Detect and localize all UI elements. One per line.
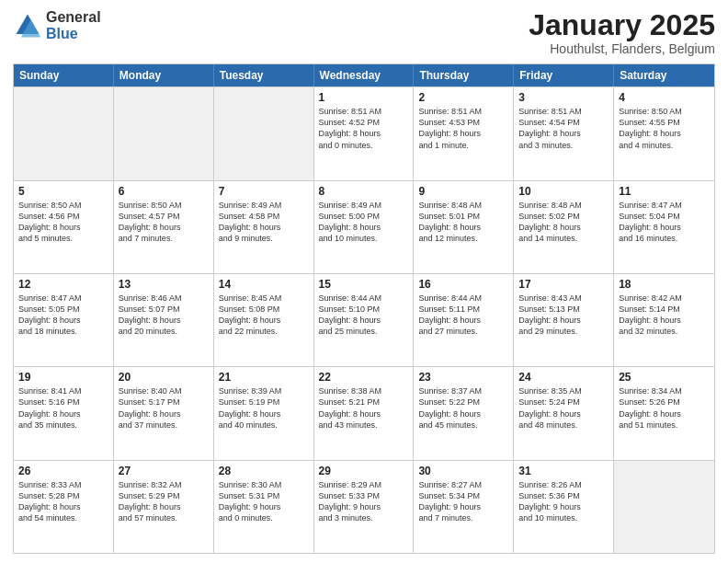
day-number: 13: [119, 278, 209, 291]
cal-cell: 11Sunrise: 8:47 AM Sunset: 5:04 PM Dayli…: [614, 181, 714, 273]
cal-cell: 7Sunrise: 8:49 AM Sunset: 4:58 PM Daylig…: [214, 181, 314, 273]
cal-cell: 31Sunrise: 8:26 AM Sunset: 5:36 PM Dayli…: [514, 461, 614, 553]
day-number: 2: [418, 91, 508, 104]
cal-cell: 19Sunrise: 8:41 AM Sunset: 5:16 PM Dayli…: [14, 367, 114, 459]
cell-content: Sunrise: 8:48 AM Sunset: 5:02 PM Dayligh…: [518, 200, 609, 245]
cell-content: Sunrise: 8:45 AM Sunset: 5:08 PM Dayligh…: [219, 293, 309, 338]
title-block: January 2025 Houthulst, Flanders, Belgiu…: [529, 9, 715, 56]
cell-content: Sunrise: 8:47 AM Sunset: 5:05 PM Dayligh…: [18, 293, 108, 338]
cell-content: Sunrise: 8:51 AM Sunset: 4:54 PM Dayligh…: [518, 106, 609, 151]
cal-cell: 10Sunrise: 8:48 AM Sunset: 5:02 PM Dayli…: [514, 181, 614, 273]
cal-cell: 17Sunrise: 8:43 AM Sunset: 5:13 PM Dayli…: [514, 274, 614, 366]
cal-cell: 27Sunrise: 8:32 AM Sunset: 5:29 PM Dayli…: [114, 461, 214, 553]
cal-cell: 29Sunrise: 8:29 AM Sunset: 5:33 PM Dayli…: [314, 461, 415, 553]
logo-icon: [13, 11, 42, 40]
header: General Blue January 2025 Houthulst, Fla…: [13, 9, 715, 56]
day-number: 16: [418, 278, 508, 291]
cell-content: Sunrise: 8:50 AM Sunset: 4:55 PM Dayligh…: [619, 106, 710, 151]
cell-content: Sunrise: 8:44 AM Sunset: 5:11 PM Dayligh…: [418, 293, 508, 338]
cal-cell: 14Sunrise: 8:45 AM Sunset: 5:08 PM Dayli…: [214, 274, 314, 366]
day-number: 30: [418, 465, 508, 477]
cal-cell: 24Sunrise: 8:35 AM Sunset: 5:24 PM Dayli…: [514, 367, 614, 459]
logo-blue: Blue: [46, 26, 101, 42]
week-row-5: 26Sunrise: 8:33 AM Sunset: 5:28 PM Dayli…: [14, 460, 714, 553]
cell-content: Sunrise: 8:40 AM Sunset: 5:17 PM Dayligh…: [119, 385, 209, 431]
cell-content: Sunrise: 8:30 AM Sunset: 5:31 PM Dayligh…: [219, 479, 309, 524]
cal-cell: 6Sunrise: 8:50 AM Sunset: 4:57 PM Daylig…: [114, 181, 214, 273]
day-number: 20: [119, 371, 209, 384]
cal-cell: 1Sunrise: 8:51 AM Sunset: 4:52 PM Daylig…: [314, 87, 415, 179]
cell-content: Sunrise: 8:26 AM Sunset: 5:36 PM Dayligh…: [518, 479, 609, 524]
cell-content: Sunrise: 8:29 AM Sunset: 5:33 PM Dayligh…: [319, 479, 409, 524]
cal-cell: 15Sunrise: 8:44 AM Sunset: 5:10 PM Dayli…: [314, 274, 415, 366]
location: Houthulst, Flanders, Belgium: [529, 41, 715, 56]
cell-content: Sunrise: 8:42 AM Sunset: 5:14 PM Dayligh…: [619, 293, 710, 338]
cell-content: Sunrise: 8:38 AM Sunset: 5:21 PM Dayligh…: [319, 385, 409, 431]
day-number: 4: [619, 91, 710, 104]
cell-content: Sunrise: 8:27 AM Sunset: 5:34 PM Dayligh…: [418, 479, 508, 524]
cal-cell: [214, 87, 314, 179]
header-day-sunday: Sunday: [14, 64, 114, 86]
cal-cell: 2Sunrise: 8:51 AM Sunset: 4:53 PM Daylig…: [414, 87, 514, 179]
day-number: 6: [119, 185, 209, 198]
header-day-thursday: Thursday: [414, 64, 514, 86]
cal-cell: [114, 87, 214, 179]
cell-content: Sunrise: 8:46 AM Sunset: 5:07 PM Dayligh…: [119, 293, 209, 338]
cell-content: Sunrise: 8:44 AM Sunset: 5:10 PM Dayligh…: [319, 293, 409, 338]
calendar-header: SundayMondayTuesdayWednesdayThursdayFrid…: [14, 64, 714, 86]
cell-content: Sunrise: 8:49 AM Sunset: 4:58 PM Dayligh…: [219, 200, 309, 245]
header-day-saturday: Saturday: [614, 64, 714, 86]
header-day-monday: Monday: [114, 64, 214, 86]
day-number: 27: [119, 465, 209, 477]
day-number: 5: [18, 185, 108, 198]
cell-content: Sunrise: 8:50 AM Sunset: 4:56 PM Dayligh…: [18, 200, 108, 245]
cell-content: Sunrise: 8:37 AM Sunset: 5:22 PM Dayligh…: [418, 385, 508, 431]
cell-content: Sunrise: 8:35 AM Sunset: 5:24 PM Dayligh…: [518, 385, 609, 431]
day-number: 7: [219, 185, 309, 198]
cell-content: Sunrise: 8:43 AM Sunset: 5:13 PM Dayligh…: [518, 293, 609, 338]
day-number: 14: [219, 278, 309, 291]
header-day-wednesday: Wednesday: [314, 64, 415, 86]
day-number: 23: [418, 371, 508, 384]
day-number: 3: [518, 91, 609, 104]
cell-content: Sunrise: 8:51 AM Sunset: 4:52 PM Dayligh…: [319, 106, 409, 151]
week-row-1: 1Sunrise: 8:51 AM Sunset: 4:52 PM Daylig…: [14, 86, 714, 179]
cell-content: Sunrise: 8:51 AM Sunset: 4:53 PM Dayligh…: [418, 106, 508, 151]
day-number: 21: [219, 371, 309, 384]
cal-cell: 3Sunrise: 8:51 AM Sunset: 4:54 PM Daylig…: [514, 87, 614, 179]
calendar: SundayMondayTuesdayWednesdayThursdayFrid…: [13, 63, 715, 554]
cell-content: Sunrise: 8:34 AM Sunset: 5:26 PM Dayligh…: [619, 385, 710, 431]
cal-cell: 20Sunrise: 8:40 AM Sunset: 5:17 PM Dayli…: [114, 367, 214, 459]
week-row-2: 5Sunrise: 8:50 AM Sunset: 4:56 PM Daylig…: [14, 180, 714, 273]
day-number: 12: [18, 278, 108, 291]
cell-content: Sunrise: 8:39 AM Sunset: 5:19 PM Dayligh…: [219, 385, 309, 431]
cal-cell: 28Sunrise: 8:30 AM Sunset: 5:31 PM Dayli…: [214, 461, 314, 553]
day-number: 24: [518, 371, 609, 384]
day-number: 1: [319, 91, 409, 104]
day-number: 17: [518, 278, 609, 291]
cal-cell: [14, 87, 114, 179]
day-number: 11: [619, 185, 710, 198]
cell-content: Sunrise: 8:47 AM Sunset: 5:04 PM Dayligh…: [619, 200, 710, 245]
day-number: 19: [18, 371, 108, 384]
cal-cell: 30Sunrise: 8:27 AM Sunset: 5:34 PM Dayli…: [414, 461, 514, 553]
day-number: 8: [319, 185, 409, 198]
day-number: 28: [219, 465, 309, 477]
day-number: 31: [518, 465, 609, 477]
header-day-friday: Friday: [514, 64, 614, 86]
week-row-4: 19Sunrise: 8:41 AM Sunset: 5:16 PM Dayli…: [14, 366, 714, 459]
cal-cell: 25Sunrise: 8:34 AM Sunset: 5:26 PM Dayli…: [614, 367, 714, 459]
cell-content: Sunrise: 8:49 AM Sunset: 5:00 PM Dayligh…: [319, 200, 409, 245]
logo-general: General: [46, 9, 101, 26]
cal-cell: 23Sunrise: 8:37 AM Sunset: 5:22 PM Dayli…: [414, 367, 514, 459]
day-number: 15: [319, 278, 409, 291]
cal-cell: 26Sunrise: 8:33 AM Sunset: 5:28 PM Dayli…: [14, 461, 114, 553]
cal-cell: 18Sunrise: 8:42 AM Sunset: 5:14 PM Dayli…: [614, 274, 714, 366]
cal-cell: 9Sunrise: 8:48 AM Sunset: 5:01 PM Daylig…: [414, 181, 514, 273]
day-number: 9: [418, 185, 508, 198]
day-number: 25: [619, 371, 710, 384]
cal-cell: 8Sunrise: 8:49 AM Sunset: 5:00 PM Daylig…: [314, 181, 415, 273]
day-number: 10: [518, 185, 609, 198]
cal-cell: 22Sunrise: 8:38 AM Sunset: 5:21 PM Dayli…: [314, 367, 415, 459]
day-number: 26: [18, 465, 108, 477]
